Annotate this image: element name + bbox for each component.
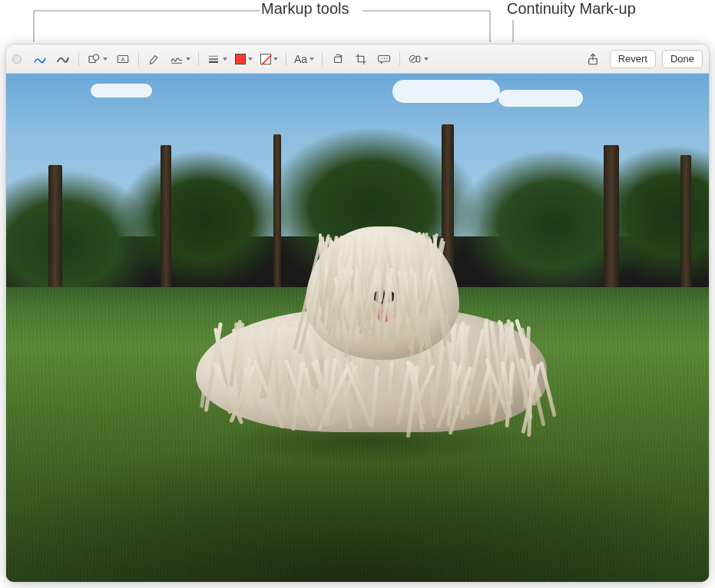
highlight-button[interactable] [144, 49, 165, 69]
image-description-button[interactable] [373, 49, 395, 69]
callout-layer: Markup tools Continuity Mark-up [0, 0, 715, 38]
callout-lines [0, 0, 715, 46]
photo-subject-dog [189, 226, 554, 450]
crop-button[interactable] [350, 49, 372, 69]
sign-button[interactable] [167, 49, 194, 69]
draw-tool-button[interactable] [52, 49, 74, 69]
toolbar-separator [286, 52, 286, 66]
toolbar-separator [322, 52, 323, 66]
shapes-button[interactable] [84, 49, 111, 69]
shape-style-button[interactable] [204, 49, 230, 69]
svg-point-11 [386, 58, 388, 59]
markup-toolbar: A [6, 45, 709, 74]
chevron-down-icon [273, 58, 278, 61]
svg-rect-8 [335, 57, 342, 63]
markup-window: A [6, 45, 709, 582]
toolbar-separator [198, 52, 199, 66]
revert-button[interactable]: Revert [610, 50, 656, 68]
svg-point-1 [93, 55, 99, 61]
rotate-button[interactable] [327, 49, 349, 69]
image-canvas[interactable] [6, 74, 709, 582]
text-tool-button[interactable]: A [112, 49, 134, 69]
highlighter-icon [147, 52, 161, 66]
share-icon [586, 52, 600, 66]
text-style-button[interactable]: Aa [291, 49, 317, 69]
annotate-device-icon [408, 52, 422, 66]
callout-markup-tools: Markup tools [261, 0, 349, 18]
rotate-icon [331, 52, 345, 66]
chevron-down-icon [103, 58, 108, 61]
photo-content [6, 74, 709, 582]
chevron-down-icon [223, 58, 227, 61]
border-color-swatch [235, 54, 246, 64]
speech-bubble-icon [377, 52, 391, 66]
fill-color-none-swatch [260, 54, 271, 64]
toolbar-separator [78, 52, 79, 66]
share-button[interactable] [582, 49, 604, 69]
sketch-icon [33, 52, 47, 66]
text-box-icon: A [116, 52, 130, 66]
chevron-down-icon [310, 58, 314, 61]
svg-point-9 [382, 58, 383, 59]
done-button[interactable]: Done [662, 50, 703, 68]
toolbar-separator [138, 52, 139, 66]
border-color-button[interactable] [232, 49, 256, 69]
toolbar-separator [399, 52, 400, 66]
chevron-down-icon [424, 58, 429, 61]
crop-icon [354, 52, 368, 66]
window-control-dot[interactable] [12, 55, 22, 64]
text-style-label: Aa [294, 53, 307, 65]
draw-icon [56, 52, 70, 66]
signature-icon [170, 52, 184, 66]
continuity-markup-button[interactable] [405, 49, 432, 69]
chevron-down-icon [248, 58, 253, 61]
svg-text:A: A [121, 56, 124, 63]
shapes-icon [87, 52, 101, 66]
chevron-down-icon [186, 58, 190, 61]
line-weight-icon [207, 52, 220, 66]
fill-color-button[interactable] [257, 49, 281, 69]
svg-rect-13 [416, 56, 420, 62]
callout-continuity-markup: Continuity Mark-up [507, 0, 636, 18]
sketch-tool-button[interactable] [29, 49, 51, 69]
svg-point-10 [384, 58, 386, 59]
